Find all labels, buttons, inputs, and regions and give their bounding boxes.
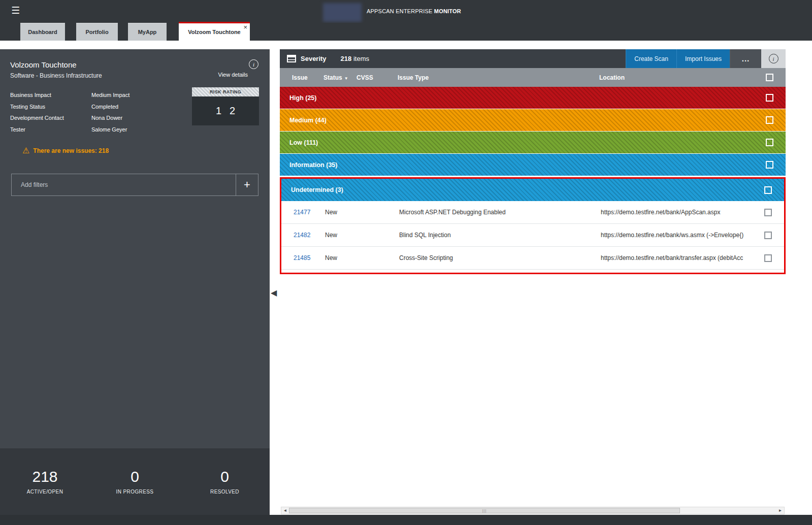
highlight-annotation: Undetermined (3) 21477 New Microsoft ASP…: [280, 177, 786, 274]
collapse-panel-icon[interactable]: ◀: [271, 288, 277, 298]
column-header-status[interactable]: Status▼: [323, 74, 356, 81]
menu-icon[interactable]: ☰: [11, 5, 20, 16]
tab-label: MyApp: [138, 29, 157, 35]
row-checkbox[interactable]: [764, 254, 772, 262]
scroll-right-icon[interactable]: ►: [776, 507, 784, 514]
field-label: Business Impact: [10, 92, 91, 104]
severity-group-label: High (25): [289, 94, 316, 102]
items-count-value: 218: [341, 55, 352, 62]
new-issues-alert[interactable]: ⚠ There are new issues: 218: [22, 146, 109, 155]
filter-bar: +: [11, 174, 258, 196]
logo: [323, 3, 362, 22]
severity-group-undetermined[interactable]: Undetermined (3): [281, 179, 784, 201]
issue-id-link[interactable]: 21477: [294, 209, 325, 216]
field-row: Development Contact Nona Dower: [10, 115, 129, 126]
issues-table-header: Issue Status▼ CVSS Issue Type Location: [280, 68, 786, 87]
stat-label: ACTIVE/OPEN: [0, 489, 90, 495]
issue-id-link[interactable]: 21482: [294, 232, 325, 239]
issue-status: New: [325, 254, 358, 261]
application-fields: Business Impact Medium Impact Testing St…: [10, 92, 129, 138]
risk-rating-value: 1: [216, 105, 221, 117]
issue-row[interactable]: 21477 New Microsoft ASP.NET Debugging En…: [281, 201, 784, 224]
scrollbar-grip-icon: |||: [482, 509, 486, 512]
application-subtitle: Software - Business Infrastructure: [10, 72, 102, 79]
severity-group-medium[interactable]: Medium (44): [280, 109, 786, 132]
horizontal-scrollbar[interactable]: ◄ ||| ►: [281, 507, 785, 514]
tab-label: Dashboard: [28, 29, 57, 35]
tab-portfolio[interactable]: Portfolio: [76, 23, 118, 41]
add-filters-input[interactable]: [12, 174, 236, 195]
import-issues-button[interactable]: Import Issues: [676, 49, 730, 68]
issue-type: Cross-Site Scripting: [399, 254, 601, 261]
info-icon: i: [769, 54, 778, 63]
severity-group-high[interactable]: High (25): [280, 87, 786, 109]
field-row: Business Impact Medium Impact: [10, 92, 129, 104]
field-value: Completed: [91, 104, 118, 115]
issues-toolbar: Severity 218 items Create Scan Import Is…: [280, 49, 786, 68]
close-icon[interactable]: ×: [243, 24, 247, 30]
group-checkbox[interactable]: [766, 161, 773, 169]
tab-volzoom-touchtone[interactable]: Volzoom Touchtone ×: [179, 22, 250, 41]
risk-rating-widget: RISK RATING 1 2: [192, 87, 259, 125]
issue-row[interactable]: 21482 New Blind SQL Injection https://de…: [281, 224, 784, 247]
field-value: Medium Impact: [91, 92, 129, 104]
column-header-location[interactable]: Location: [599, 74, 765, 81]
top-bar: ☰ APPSCAN ENTERPRISE MONITOR: [0, 0, 812, 23]
tab-dashboard[interactable]: Dashboard: [20, 23, 65, 41]
stat-label: IN PROGRESS: [90, 489, 180, 495]
stat-label: RESOLVED: [180, 489, 270, 495]
group-checkbox[interactable]: [764, 186, 772, 194]
field-row: Tester Salome Geyer: [10, 126, 129, 138]
group-checkbox[interactable]: [766, 139, 773, 146]
severity-group-label: Undetermined (3): [291, 186, 343, 193]
column-header-issue-type[interactable]: Issue Type: [398, 74, 599, 81]
stat-in-progress: 0 IN PROGRESS: [90, 448, 180, 515]
application-title: Volzoom Touchtone: [10, 60, 77, 69]
items-count-suffix: items: [353, 55, 369, 62]
severity-group-low[interactable]: Low (111): [280, 132, 786, 154]
sort-desc-icon: ▼: [344, 76, 348, 81]
column-header-issue[interactable]: Issue: [292, 74, 323, 81]
warning-icon: ⚠: [22, 146, 29, 155]
issue-type: Microsoft ASP.NET Debugging Enabled: [399, 209, 601, 216]
column-header-cvss[interactable]: CVSS: [356, 74, 398, 81]
row-checkbox[interactable]: [764, 209, 772, 216]
severity-group-information[interactable]: Information (35): [280, 154, 786, 176]
scroll-left-icon[interactable]: ◄: [281, 507, 289, 514]
group-by-severity-selector[interactable]: Severity: [301, 55, 327, 62]
info-icon[interactable]: i: [249, 59, 258, 69]
app-title-bold: MONITOR: [434, 8, 461, 14]
issue-type: Blind SQL Injection: [399, 232, 601, 239]
scrollbar-track[interactable]: |||: [289, 507, 776, 514]
severity-group-label: Low (111): [289, 139, 318, 146]
more-actions-button[interactable]: ...: [730, 49, 761, 68]
items-count: 218 items: [341, 55, 369, 62]
group-checkbox[interactable]: [766, 116, 773, 124]
field-value: Salome Geyer: [91, 126, 127, 138]
tab-label: Volzoom Touchtone: [188, 29, 240, 35]
tab-bar: Dashboard Portfolio MyApp Volzoom Toucht…: [0, 23, 812, 41]
tab-myapp[interactable]: MyApp: [128, 23, 167, 41]
panel-info-button[interactable]: i: [761, 49, 786, 68]
issue-status: New: [325, 232, 358, 239]
stat-value: 0: [90, 469, 180, 485]
select-all-checkbox[interactable]: [766, 74, 773, 81]
field-label: Development Contact: [10, 115, 91, 126]
stat-value: 0: [180, 469, 270, 485]
add-filter-button[interactable]: +: [236, 174, 258, 195]
scrollbar-thumb[interactable]: |||: [289, 508, 680, 513]
field-row: Testing Status Completed: [10, 104, 129, 115]
application-details-panel: Volzoom Touchtone Software - Business In…: [0, 49, 270, 515]
issue-id-link[interactable]: 21485: [294, 254, 325, 261]
issue-stats-bar: 218 ACTIVE/OPEN 0 IN PROGRESS 0 RESOLVED: [0, 448, 270, 515]
group-checkbox[interactable]: [766, 94, 773, 102]
issue-row[interactable]: 21485 New Cross-Site Scripting https://d…: [281, 247, 784, 270]
tab-label: Portfolio: [85, 29, 108, 35]
field-value: Nona Dower: [91, 115, 122, 126]
view-details-link[interactable]: View details: [218, 72, 248, 78]
row-checkbox[interactable]: [764, 232, 772, 239]
column-header-status-label: Status: [323, 74, 342, 81]
app-title-regular: APPSCAN ENTERPRISE: [367, 8, 434, 14]
create-scan-button[interactable]: Create Scan: [626, 49, 676, 68]
bottom-bar: [0, 515, 812, 525]
